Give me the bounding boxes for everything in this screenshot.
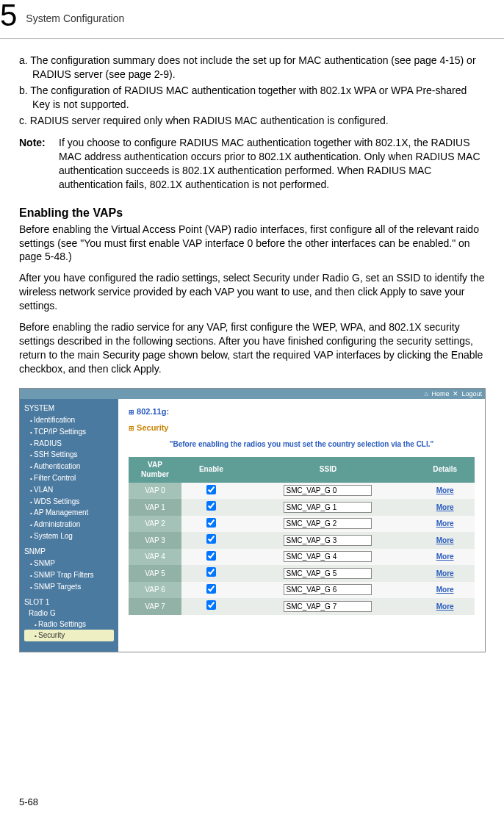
ssid-input[interactable] <box>284 584 372 595</box>
logout-label: Logout <box>461 390 482 397</box>
more-link[interactable]: More <box>436 486 454 494</box>
sidebar-sub-radio-g: Radio G <box>24 608 114 619</box>
enable-checkbox[interactable] <box>206 584 216 594</box>
vap-label: VAP 7 <box>129 598 181 615</box>
vap-table: VAP Number Enable SSID Details VAP 0 Mor… <box>129 457 475 615</box>
list-item-c: c. RADIUS server required only when RADI… <box>19 114 485 128</box>
list-item-b: b. The configuration of RADIUS MAC authe… <box>19 84 485 112</box>
th-ssid: SSID <box>241 457 416 483</box>
sidebar-item-admin[interactable]: Administration <box>24 519 114 530</box>
vap-label: VAP 3 <box>129 532 181 549</box>
vap-label: VAP 0 <box>129 483 181 500</box>
table-row: VAP 1 More <box>129 499 475 516</box>
home-label: Home <box>431 390 449 397</box>
sidebar-item-radius[interactable]: RADIUS <box>24 438 114 450</box>
more-link[interactable]: More <box>436 586 454 594</box>
home-link[interactable]: ⌂ Home <box>424 390 449 397</box>
more-link[interactable]: More <box>436 503 454 511</box>
more-link[interactable]: More <box>436 536 454 544</box>
sidebar-item-auth[interactable]: Authentication <box>24 461 114 472</box>
enable-checkbox[interactable] <box>206 534 216 544</box>
sidebar-item-syslog[interactable]: System Log <box>24 530 114 542</box>
sidebar: SYSTEM Identification TCP/IP Settings RA… <box>20 399 118 652</box>
logout-link[interactable]: ✕ Logout <box>453 390 482 397</box>
sidebar-item-tcpip[interactable]: TCP/IP Settings <box>24 426 114 438</box>
note-block: Note: If you choose to configure RADIUS … <box>19 136 485 192</box>
th-vap: VAP Number <box>129 457 181 483</box>
table-row: VAP 5 More <box>129 565 475 582</box>
sidebar-item-apmgmt[interactable]: AP Management <box>24 507 114 519</box>
radio-band-text: 802.11g: <box>137 407 169 416</box>
screenshot-topbar: ⌂ Home ✕ Logout <box>20 389 485 399</box>
vap-label: VAP 5 <box>129 565 181 582</box>
more-link[interactable]: More <box>436 602 454 611</box>
chapter-title: System Configuration <box>26 12 124 24</box>
enable-checkbox[interactable] <box>206 600 216 610</box>
radio-icon: ⊞ <box>129 408 134 416</box>
th-details: Details <box>415 457 475 483</box>
sidebar-item-identification[interactable]: Identification <box>24 414 114 426</box>
ssid-input[interactable] <box>284 551 372 562</box>
table-row: VAP 7 More <box>129 598 475 615</box>
table-row: VAP 4 More <box>129 549 475 566</box>
sidebar-item-security[interactable]: Security <box>24 630 114 641</box>
th-enable: Enable <box>181 457 241 483</box>
enable-checkbox[interactable] <box>206 551 216 561</box>
paragraph-2: After you have configured the radio sett… <box>19 271 485 313</box>
security-text: Security <box>137 423 168 432</box>
table-row: VAP 6 More <box>129 582 475 599</box>
security-label: ⊞ Security <box>129 417 475 438</box>
sidebar-item-ssh[interactable]: SSH Settings <box>24 449 114 461</box>
sidebar-item-radio-settings[interactable]: Radio Settings <box>24 619 114 630</box>
page-content: a. The configuration summary does not in… <box>0 54 504 652</box>
embedded-screenshot: ⌂ Home ✕ Logout SYSTEM Identification TC… <box>19 388 486 653</box>
main-panel: ⊞ 802.11g: ⊞ Security "Before enabling t… <box>118 399 485 652</box>
more-link[interactable]: More <box>436 519 454 528</box>
security-icon: ⊞ <box>129 425 134 432</box>
vap-label: VAP 4 <box>129 549 181 566</box>
table-row: VAP 2 More <box>129 516 475 533</box>
list-item-a: a. The configuration summary does not in… <box>19 54 485 82</box>
ssid-input[interactable] <box>284 568 372 579</box>
chapter-number: 5 <box>0 0 17 31</box>
note-text: If you choose to configure RADIUS MAC au… <box>59 136 485 192</box>
enable-checkbox[interactable] <box>206 518 216 528</box>
sidebar-item-snmp[interactable]: SNMP <box>24 558 114 569</box>
ssid-input[interactable] <box>284 502 372 513</box>
more-link[interactable]: More <box>436 552 454 561</box>
table-row: VAP 3 More <box>129 532 475 549</box>
sidebar-head-slot: SLOT 1 <box>24 597 114 608</box>
sidebar-head-snmp: SNMP <box>24 547 114 557</box>
enable-checkbox[interactable] <box>206 501 216 511</box>
more-link[interactable]: More <box>436 569 454 577</box>
sidebar-item-filter[interactable]: Filter Control <box>24 472 114 484</box>
paragraph-1: Before enabling the Virtual Access Point… <box>19 223 485 264</box>
paragraph-3: Before enabling the radio service for an… <box>19 320 485 376</box>
country-warning: "Before enabling the radios you must set… <box>129 439 475 450</box>
enable-checkbox[interactable] <box>206 485 216 494</box>
radio-band-label: ⊞ 802.11g: <box>129 406 475 417</box>
note-label: Note: <box>19 136 59 192</box>
sidebar-item-snmp-trap[interactable]: SNMP Trap Filters <box>24 569 114 581</box>
sidebar-item-wds[interactable]: WDS Settings <box>24 496 114 508</box>
ssid-input[interactable] <box>284 535 372 546</box>
table-header-row: VAP Number Enable SSID Details <box>129 457 475 483</box>
ssid-input[interactable] <box>284 601 372 612</box>
ssid-input[interactable] <box>284 485 372 496</box>
enable-checkbox[interactable] <box>206 567 216 577</box>
section-heading: Enabling the VAPs <box>19 205 485 221</box>
table-row: VAP 0 More <box>129 483 475 500</box>
ssid-input[interactable] <box>284 518 372 529</box>
vap-label: VAP 1 <box>129 499 181 516</box>
page-number: 5-68 <box>19 796 38 807</box>
sidebar-head-system: SYSTEM <box>24 403 114 414</box>
vap-label: VAP 6 <box>129 582 181 599</box>
vap-label: VAP 2 <box>129 516 181 533</box>
sidebar-item-snmp-targets[interactable]: SNMP Targets <box>24 581 114 593</box>
page-header: 5 System Configuration <box>0 0 504 39</box>
sidebar-item-vlan[interactable]: VLAN <box>24 484 114 496</box>
